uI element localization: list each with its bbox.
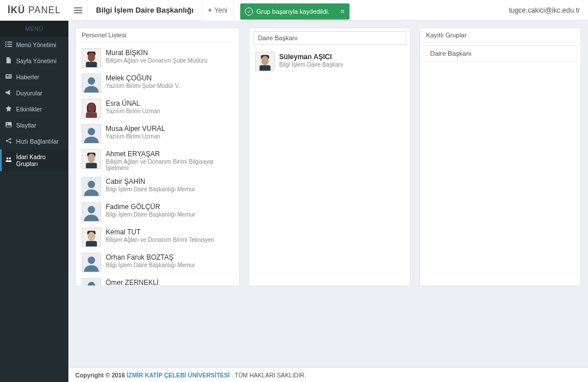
member-role: Bilgi İşlem Daire Başkanı <box>279 61 343 68</box>
toast-close-button[interactable]: × <box>340 7 345 16</box>
person-role: Bilgi İşlem Daire Başkanlığı Memur <box>106 211 195 218</box>
sidebar-item-label: Menü Yönetimi <box>16 41 56 48</box>
person-name: Esra ÜNAL <box>106 99 160 107</box>
panel-saved-groups: Kayıtlı Gruplar Daire Başkanı <box>420 28 581 286</box>
svg-point-28 <box>88 103 95 112</box>
person-name: Kemal TUT <box>106 228 214 236</box>
sidebar-item-hızlı-bağlantılar[interactable]: Hızlı Bağlantılar <box>0 133 68 149</box>
person-row[interactable]: Orhan Faruk BOZTAŞ Bilgi İşlem Daire Baş… <box>79 250 236 275</box>
avatar <box>82 253 101 272</box>
svg-rect-29 <box>86 112 97 118</box>
avatar <box>82 202 101 222</box>
person-name: Melek ÇOĞUN <box>106 74 180 82</box>
person-row[interactable]: Kemal TUT Bilişim Ağları ve Donanım Biri… <box>79 225 236 250</box>
svg-point-26 <box>88 78 95 85</box>
svg-point-17 <box>10 138 11 140</box>
saved-group-item[interactable]: Daire Başkanı <box>424 45 577 61</box>
svg-point-18 <box>10 142 11 144</box>
panel-group-editor: Süleyman AŞICI Bilgi İşlem Daire Başkanı <box>249 28 411 286</box>
svg-rect-10 <box>6 75 9 76</box>
brand-logo[interactable]: İKÜ PANEL <box>0 0 68 21</box>
svg-point-50 <box>261 56 268 65</box>
svg-point-34 <box>88 153 95 163</box>
svg-point-23 <box>88 52 95 61</box>
svg-rect-51 <box>259 65 270 71</box>
panel-saved-groups-title: Kayıtlı Gruplar <box>420 28 581 43</box>
user-email: tugce.cakici@ikc.edu.tr <box>509 6 580 14</box>
bullhorn-icon <box>5 89 12 97</box>
avatar <box>82 99 101 118</box>
svg-point-42 <box>88 231 95 241</box>
person-name: Murat BİŞKİN <box>106 49 207 57</box>
group-name-input[interactable] <box>253 31 407 45</box>
person-role: Yazılım Birimi Uzman <box>106 133 165 140</box>
person-role: Bilişim Ağları ve Donanım Şube Müdürü <box>106 57 207 64</box>
hamburger-icon <box>74 6 82 14</box>
user-menu[interactable]: tugce.cakici@ikc.edu.tr <box>501 0 588 21</box>
avatar <box>82 149 101 169</box>
sidebar-item-duyurular[interactable]: Duyurular <box>0 85 68 101</box>
personnel-list[interactable]: Murat BİŞKİN Bilişim Ağları ve Donanım Ş… <box>76 43 239 285</box>
footer-org-link[interactable]: İZMİR KATİP ÇELEBİ ÜNİVERSİTESİ <box>126 372 229 379</box>
sidebar-item-label: Slaytlar <box>16 122 36 129</box>
sidebar-item-slaytlar[interactable]: Slaytlar <box>0 117 68 133</box>
svg-rect-5 <box>5 44 6 45</box>
person-row[interactable]: Murat BİŞKİN Bilişim Ağları ve Donanım Ş… <box>79 45 236 71</box>
sidebar-item-sayfa-yönetimi[interactable]: Sayfa Yönetimi <box>0 53 68 69</box>
sidebar-item-i̇dari-kadro-grupları[interactable]: İdari Kadro Grupları <box>0 149 68 171</box>
person-row[interactable]: Fadime GÖLÇÜR Bilgi İşlem Daire Başkanlı… <box>79 199 236 225</box>
group-editor-body: Süleyman AŞICI Bilgi İşlem Daire Başkanı <box>249 28 410 285</box>
sidebar-item-label: Etkinlikler <box>16 106 42 113</box>
person-row[interactable]: Ahmet ERYAŞAR Bilişim Ağları ve Donanım … <box>79 146 236 174</box>
users-icon <box>5 156 12 164</box>
person-name: Ahmet ERYAŞAR <box>106 150 233 158</box>
svg-rect-43 <box>86 241 97 246</box>
avatar <box>82 227 101 247</box>
new-button[interactable]: + Yeni <box>202 0 233 21</box>
group-member[interactable]: Süleyman AŞICI Bilgi İşlem Daire Başkanı <box>253 49 407 74</box>
person-name: Ömer ZERNEKLİ <box>106 279 159 285</box>
svg-rect-2 <box>74 12 82 13</box>
person-name: Cabir ŞAHİN <box>106 178 195 186</box>
toast-message: Grup başarıyla kaydedildi. <box>256 8 329 15</box>
person-row[interactable]: Melek ÇOĞUN Yazılım Birimi Şube Müdür V. <box>79 71 236 96</box>
person-role: Bilgi İşlem Daire Başkanlığı Memur <box>106 186 195 192</box>
person-row[interactable]: Ömer ZERNEKLİ <box>79 275 236 285</box>
news-icon <box>5 73 12 81</box>
person-row[interactable]: Cabir ŞAHİN Bilgi İşlem Daire Başkanlığı… <box>79 174 236 199</box>
svg-rect-24 <box>86 61 97 67</box>
sidebar-item-menü-yönetimi[interactable]: Menü Yönetimi <box>0 37 68 53</box>
footer-rights: . TÜM HAKLARI SAKLIDIR. <box>232 372 306 379</box>
person-role: Bilişim Ağları ve Donanım Birimi Bilgisa… <box>106 159 233 171</box>
person-row[interactable]: Musa Alper VURAL Yazılım Birimi Uzman <box>79 121 236 146</box>
sidebar-item-haberler[interactable]: Haberler <box>0 69 68 85</box>
svg-rect-0 <box>74 7 82 8</box>
svg-rect-4 <box>7 42 12 43</box>
content: Personel Listesi Murat BİŞKİN Bilişim Ağ… <box>68 21 588 367</box>
sidebar-item-etkinlikler[interactable]: Etkinlikler <box>0 101 68 117</box>
check-circle-icon: ✓ <box>245 7 253 16</box>
share-icon <box>5 137 12 145</box>
star-icon <box>5 105 12 113</box>
svg-rect-12 <box>9 75 11 76</box>
svg-rect-3 <box>5 42 6 43</box>
person-row[interactable]: Esra ÜNAL Yazılım Birimi Uzman <box>79 96 236 121</box>
svg-rect-8 <box>7 46 12 47</box>
success-toast: ✓ Grup başarıyla kaydedildi. × <box>240 3 349 20</box>
svg-point-39 <box>88 206 95 214</box>
svg-point-45 <box>88 257 95 264</box>
sidebar-toggle[interactable] <box>68 0 88 21</box>
person-role: Bilişim Ağları ve Donanım Birimi Teknisy… <box>106 237 214 243</box>
svg-point-37 <box>88 181 95 188</box>
new-button-label: Yeni <box>214 6 228 14</box>
svg-rect-1 <box>74 10 82 11</box>
svg-rect-7 <box>5 46 6 47</box>
sidebar-item-label: Haberler <box>16 74 39 80</box>
sidebar-item-label: Sayfa Yönetimi <box>16 57 56 64</box>
avatar <box>82 278 101 285</box>
svg-rect-11 <box>6 77 11 78</box>
plus-icon: + <box>208 6 212 14</box>
svg-point-31 <box>88 128 95 136</box>
avatar <box>82 48 101 68</box>
panel-personnel-title: Personel Listesi <box>76 28 239 43</box>
